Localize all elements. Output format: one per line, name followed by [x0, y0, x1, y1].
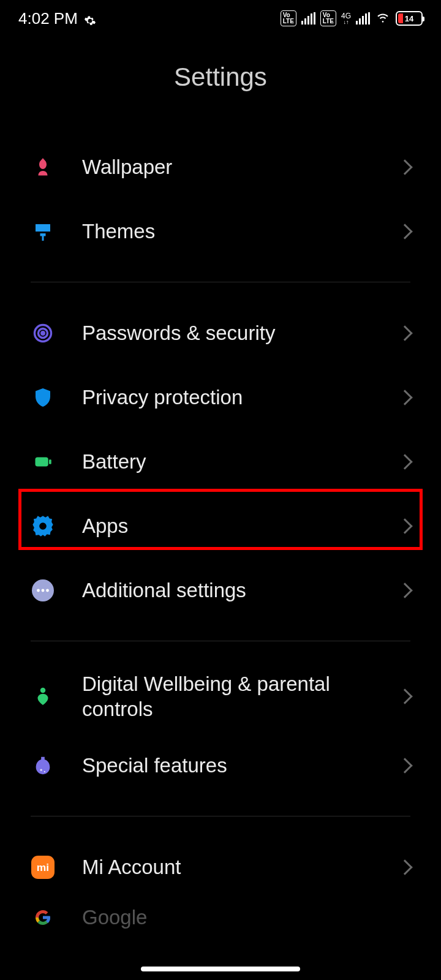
- chevron-right-icon: [397, 518, 412, 533]
- svg-text:mi: mi: [37, 861, 49, 873]
- item-label: Additional settings: [82, 578, 399, 603]
- chevron-right-icon: [397, 325, 412, 341]
- svg-point-8: [42, 589, 45, 592]
- chevron-right-icon: [397, 390, 412, 405]
- settings-item-wallpaper[interactable]: Wallpaper: [0, 135, 441, 199]
- settings-item-privacy[interactable]: Privacy protection: [0, 365, 441, 429]
- chevron-right-icon: [397, 859, 412, 875]
- svg-point-2: [42, 331, 45, 334]
- divider: [31, 282, 410, 282]
- shield-icon: [31, 385, 55, 410]
- fingerprint-icon: [31, 321, 55, 345]
- page-title: Settings: [0, 62, 441, 92]
- brush-icon: [31, 219, 55, 244]
- settings-item-special[interactable]: Special features: [0, 733, 441, 797]
- settings-item-themes[interactable]: Themes: [0, 199, 441, 263]
- status-time: 4:02 PM: [18, 9, 78, 28]
- settings-item-apps[interactable]: Apps: [0, 494, 441, 558]
- divider: [31, 816, 410, 816]
- wifi-icon: [375, 9, 391, 28]
- heart-person-icon: [31, 684, 55, 709]
- item-label: Battery: [82, 449, 399, 474]
- volte-icon-2: VoLTE: [320, 10, 336, 26]
- settings-item-passwords[interactable]: Passwords & security: [0, 301, 441, 365]
- chevron-right-icon: [397, 688, 412, 704]
- signal-icon-2: [356, 12, 370, 24]
- chevron-right-icon: [397, 758, 412, 773]
- settings-item-mi-account[interactable]: mi Mi Account: [0, 835, 441, 899]
- item-label: Mi Account: [82, 854, 399, 880]
- svg-point-12: [44, 771, 45, 772]
- settings-list: Wallpaper Themes Passwords & security Pr…: [0, 135, 441, 936]
- svg-point-7: [37, 589, 40, 592]
- item-label: Apps: [82, 513, 399, 538]
- battery-icon: [31, 450, 55, 474]
- home-indicator[interactable]: [141, 967, 300, 971]
- item-label: Wallpaper: [82, 154, 399, 179]
- mi-icon: mi: [31, 855, 55, 880]
- svg-rect-4: [49, 459, 51, 464]
- settings-item-wellbeing[interactable]: Digital Wellbeing & parental controls: [0, 660, 441, 733]
- settings-item-battery[interactable]: Battery: [0, 429, 441, 494]
- item-label: Digital Wellbeing & parental controls: [82, 671, 399, 722]
- item-label: Special features: [82, 753, 399, 778]
- signal-icon-1: [301, 12, 315, 24]
- network-label: 4G: [341, 12, 351, 20]
- volte-icon-1: VoLTE: [281, 10, 296, 26]
- chevron-right-icon: [397, 454, 412, 469]
- dots-icon: [31, 578, 55, 603]
- svg-rect-3: [36, 457, 48, 466]
- svg-point-10: [40, 688, 46, 693]
- tulip-icon: [31, 155, 55, 179]
- google-icon: [31, 905, 55, 930]
- status-left: 4:02 PM: [18, 9, 96, 28]
- svg-point-9: [46, 589, 49, 592]
- settings-status-icon: [84, 12, 96, 24]
- flask-icon: [31, 753, 55, 778]
- gear-icon: [31, 514, 55, 538]
- item-label: Themes: [82, 219, 399, 244]
- status-bar: 4:02 PM VoLTE VoLTE 4G ↓↑ 14: [0, 0, 441, 37]
- chevron-right-icon: [397, 159, 412, 175]
- settings-item-additional[interactable]: Additional settings: [0, 558, 441, 622]
- svg-point-5: [39, 522, 47, 530]
- item-label: Google: [82, 905, 410, 930]
- status-right: VoLTE VoLTE 4G ↓↑ 14: [281, 9, 423, 28]
- svg-point-11: [40, 769, 42, 771]
- item-label: Passwords & security: [82, 320, 399, 345]
- item-label: Privacy protection: [82, 385, 399, 410]
- battery-icon: 14: [396, 11, 423, 26]
- chevron-right-icon: [397, 582, 412, 598]
- settings-item-google[interactable]: Google: [0, 899, 441, 936]
- divider: [31, 641, 410, 641]
- chevron-right-icon: [397, 224, 412, 239]
